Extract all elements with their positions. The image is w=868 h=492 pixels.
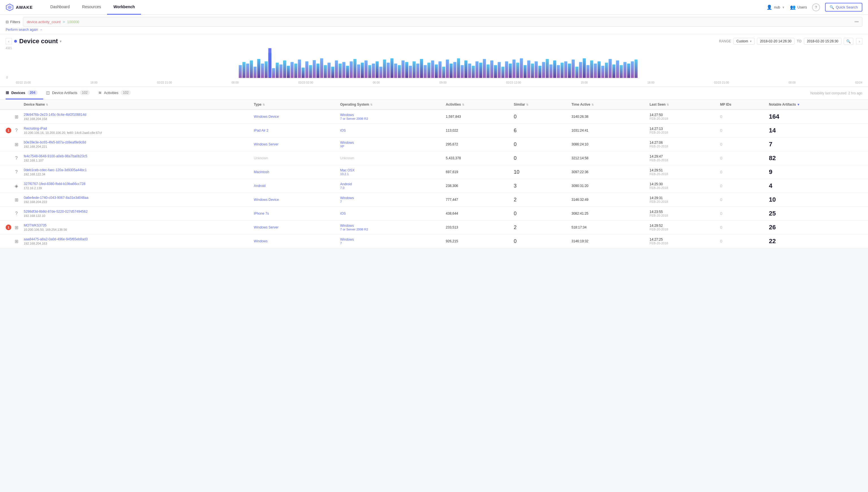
table-row[interactable]: ?0deb1ceb-cdec-faec-120a-3d9305a44bc1192… xyxy=(0,165,868,179)
device-type-cell[interactable]: Windows Server xyxy=(250,138,337,151)
svg-rect-85 xyxy=(546,59,549,78)
device-type-cell[interactable]: iPhone 7s xyxy=(250,207,337,221)
svg-rect-58 xyxy=(446,59,449,78)
svg-rect-89 xyxy=(560,63,564,78)
last-seen-cell: 14:29:31FEB-20-2018 xyxy=(646,193,717,207)
svg-rect-109 xyxy=(635,59,638,78)
user-menu[interactable]: 👤 nub ▼ xyxy=(767,4,785,10)
col-os[interactable]: Operating System ⇅ xyxy=(337,100,442,109)
device-type-cell[interactable]: Windows Server xyxy=(250,221,337,235)
device-name-cell[interactable]: b0e39e3e-bc65-4fe5-b07a-cb9eaf9e9c8d192.… xyxy=(20,138,250,151)
svg-rect-93 xyxy=(575,67,578,78)
device-icon-cell: ⊞ xyxy=(13,221,20,235)
artifacts-badge: 102 xyxy=(80,90,90,95)
table-row[interactable]: ⊞0a6e4ede-1740-c043-9067-8a31e3d048aa192… xyxy=(0,193,868,207)
device-type-cell[interactable]: Windows Device xyxy=(250,193,337,207)
range-select[interactable]: Custom ▾ xyxy=(733,38,754,45)
filters-button[interactable]: ⊟ Filters xyxy=(6,20,20,24)
device-type-cell[interactable]: Android xyxy=(250,179,337,193)
artifacts-tab-icon: ◫ xyxy=(46,90,50,95)
quick-search-button[interactable]: 🔍 Quick Search xyxy=(825,3,862,11)
svg-rect-45 xyxy=(398,65,401,78)
table-row[interactable]: ◈327f0767-1fed-8380-fbdd-b19ba66cc728172… xyxy=(0,179,868,193)
users-button[interactable]: 👥 Users xyxy=(790,4,807,10)
svg-rect-74 xyxy=(505,61,508,78)
chart-search-button[interactable]: 🔍 xyxy=(844,38,853,45)
svg-rect-86 xyxy=(550,65,553,78)
table-row[interactable]: ?fe4c7548-0648-9100-a0eb-98a7ba0b23c5192… xyxy=(0,151,868,165)
similar-cell: 2 xyxy=(510,221,568,235)
device-name-cell[interactable]: 5298df3d-8b8d-87de-5220-027d57494562192.… xyxy=(20,207,250,221)
activities-tab-icon: ≋ xyxy=(98,90,102,95)
alert-dot: 1 xyxy=(6,224,11,230)
tab-device-artifacts[interactable]: ◫ Device Artifacts 102 xyxy=(46,87,96,99)
device-name-cell[interactable]: fe4c7548-0648-9100-a0eb-98a7ba0b23c5192.… xyxy=(20,151,250,165)
svg-rect-28 xyxy=(335,60,338,78)
nav-item-resources[interactable]: Resources xyxy=(76,0,107,15)
col-last-seen[interactable]: Last Seen ⇅ xyxy=(646,100,717,109)
activities-cell: 238,306 xyxy=(442,179,510,193)
device-name-cell[interactable]: 29b9476b-2e23-145c-9c4e-4bf2f108814d192.… xyxy=(20,109,250,124)
logo[interactable]: AWAKE xyxy=(6,3,33,11)
col-notable[interactable]: Notable Artifacts ▼ xyxy=(766,100,868,109)
table-row[interactable]: ⊞aaa84475-a8a2-0a0d-496e-945f65eb8ad3192… xyxy=(0,235,868,248)
table-row[interactable]: 1⊞MOTWKS373510.200.106.50, 169.254.138.5… xyxy=(0,221,868,235)
notable-artifacts-cell: 10 xyxy=(766,193,868,207)
svg-rect-24 xyxy=(320,58,323,78)
device-os-cell: iOS xyxy=(337,124,442,138)
svg-rect-3 xyxy=(242,62,245,78)
svg-rect-42 xyxy=(387,63,390,78)
table-row[interactable]: 1?Recruiting-iPad10.200.106.16, 10.200.1… xyxy=(0,124,868,138)
device-type-cell[interactable]: Unknown xyxy=(250,151,337,165)
tab-devices[interactable]: ⊞ Devices 204 xyxy=(6,87,43,99)
svg-rect-52 xyxy=(424,65,427,78)
mp-ids-cell: 0 xyxy=(717,179,766,193)
activities-cell: 5,433,378 xyxy=(442,151,510,165)
tab-activities[interactable]: ≋ Activities 102 xyxy=(98,87,137,99)
device-icon-cell: ? xyxy=(13,151,20,165)
perform-search-link[interactable]: Perform search again → xyxy=(6,28,862,32)
device-type-cell[interactable]: Windows Device xyxy=(250,109,337,124)
col-type[interactable]: Type ⇅ xyxy=(250,100,337,109)
similar-cell: 3 xyxy=(510,179,568,193)
device-name-cell[interactable]: 0deb1ceb-cdec-faec-120a-3d9305a44bc1192.… xyxy=(20,165,250,179)
device-name-cell[interactable]: MOTWKS373510.200.106.50, 169.254.138.56 xyxy=(20,221,250,235)
date-to-input[interactable]: 2018-02-20 15:26:30 xyxy=(804,38,841,45)
device-type-cell[interactable]: iPad Air 2 xyxy=(250,124,337,138)
svg-rect-59 xyxy=(450,64,453,78)
col-time-active[interactable]: Time Active ⇅ xyxy=(568,100,646,109)
svg-rect-75 xyxy=(509,64,512,78)
device-name-cell[interactable]: Recruiting-iPad10.200.106.16, 10.200.106… xyxy=(20,124,250,138)
table-row[interactable]: ?5298df3d-8b8d-87de-5220-027d57494562192… xyxy=(0,207,868,221)
table-row[interactable]: ⊞b0e39e3e-bc65-4fe5-b07a-cb9eaf9e9c8d192… xyxy=(0,138,868,151)
device-type-cell[interactable]: Macintosh xyxy=(250,165,337,179)
svg-rect-90 xyxy=(564,61,568,78)
svg-rect-17 xyxy=(294,64,297,78)
nav-item-dashboard[interactable]: Dashboard xyxy=(44,0,76,15)
notable-artifacts-cell: 22 xyxy=(766,235,868,248)
time-active-cell: 3086:24:10 xyxy=(568,138,646,151)
left-nav-arrow[interactable]: ‹ xyxy=(6,38,12,44)
svg-rect-2 xyxy=(239,65,242,78)
device-name-cell[interactable]: aaa84475-a8a2-0a0d-496e-945f65eb8ad3192.… xyxy=(20,235,250,248)
more-options-icon[interactable]: ••• xyxy=(854,20,859,24)
device-name-cell[interactable]: 0a6e4ede-1740-c043-9067-8a31e3d048aa192.… xyxy=(20,193,250,207)
device-type-cell[interactable]: Windows xyxy=(250,235,337,248)
svg-rect-46 xyxy=(402,60,405,78)
help-button[interactable]: ? xyxy=(812,3,820,11)
alert-cell xyxy=(0,138,13,151)
search-bar: ⊟ Filters device.activity_count > 100000… xyxy=(0,15,868,34)
chart-container: 4321 0 // Will be rendered via bars xyxy=(6,47,862,84)
last-seen-cell: 14:29:47FEB-20-2018 xyxy=(646,151,717,165)
date-from-input[interactable]: 2018-02-20 14:26:30 xyxy=(757,38,795,45)
svg-rect-33 xyxy=(354,59,357,78)
nav-item-workbench[interactable]: Workbench xyxy=(107,0,141,15)
search-input-area[interactable]: device.activity_count > 100000 ••• xyxy=(23,17,862,27)
device-name-cell[interactable]: 327f0767-1fed-8380-fbdd-b19ba66cc728172.… xyxy=(20,179,250,193)
col-device-name[interactable]: Device Name ⇅ xyxy=(20,100,250,109)
col-activities[interactable]: Activities ⇅ xyxy=(442,100,510,109)
table-row[interactable]: ⊞29b9476b-2e23-145c-9c4e-4bf2f108814d192… xyxy=(0,109,868,124)
chart-dropdown-icon[interactable]: ▾ xyxy=(59,39,62,44)
col-similar[interactable]: Similar ⇅ xyxy=(510,100,568,109)
right-nav-arrow[interactable]: › xyxy=(856,38,862,44)
